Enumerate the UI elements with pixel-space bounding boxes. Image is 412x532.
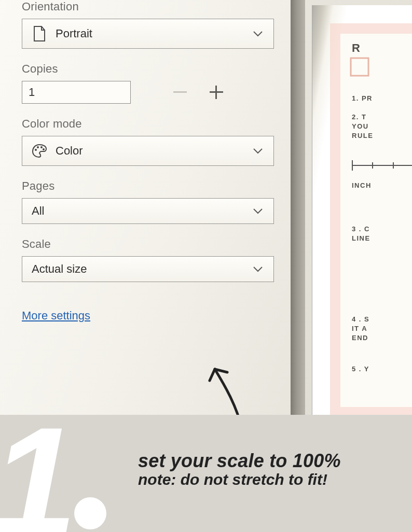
- copies-increment-button[interactable]: [198, 81, 235, 104]
- preview-ruler-icon: [352, 159, 412, 174]
- preview-text: LINE: [352, 234, 370, 242]
- more-settings-link[interactable]: More settings: [22, 309, 90, 322]
- preview-text: IT A: [352, 325, 367, 332]
- preview-text: 5 . Y: [352, 365, 369, 373]
- preview-text: RULE: [352, 132, 373, 139]
- portrait-page-icon: [31, 26, 48, 41]
- annotation-text: set your scale to 100% note: do not stre…: [138, 450, 341, 488]
- orientation-value: Portrait: [56, 27, 92, 40]
- preview-text: 1. PR: [352, 94, 373, 102]
- copies-input[interactable]: [22, 81, 131, 104]
- copies-decrement-button[interactable]: [162, 81, 198, 104]
- preview-sheet: [340, 34, 412, 407]
- annotation-band: 1 set your scale to 100% note: do not st…: [0, 415, 412, 532]
- pages-label: Pages: [22, 179, 274, 193]
- preview-heading: R: [352, 41, 361, 55]
- chevron-down-icon: [253, 148, 263, 154]
- scale-value: Actual size: [32, 262, 87, 276]
- preview-text: END: [352, 334, 368, 342]
- color-mode-value: Color: [56, 144, 83, 158]
- chevron-down-icon: [253, 266, 263, 272]
- panel-right-shadow: [291, 0, 305, 425]
- copies-row: [22, 81, 274, 104]
- preview-text: INCH: [352, 181, 372, 189]
- svg-rect-7: [351, 58, 368, 76]
- color-mode-select[interactable]: Color: [22, 136, 274, 166]
- palette-icon: [31, 144, 48, 158]
- svg-point-6: [43, 148, 45, 150]
- preview-text: 4 . S: [352, 315, 369, 323]
- orientation-label: Orientation: [22, 0, 274, 13]
- annotation-line2: note: do not stretch to fit!: [138, 471, 341, 488]
- svg-rect-2: [210, 91, 223, 93]
- preview-text: 2. T: [352, 113, 366, 121]
- scale-label: Scale: [22, 237, 274, 251]
- svg-rect-0: [173, 91, 187, 93]
- pages-select[interactable]: All: [22, 198, 274, 224]
- pages-value: All: [32, 204, 44, 218]
- orientation-select[interactable]: Portrait: [22, 19, 274, 49]
- print-settings-panel: Orientation Portrait Copies: [0, 0, 291, 425]
- copies-label: Copies: [22, 62, 274, 76]
- annotation-line1: set your scale to 100%: [138, 450, 341, 472]
- print-preview-pane: R 1. PR 2. T YOU RULE INCH 3 . C LINE 4 …: [312, 5, 412, 430]
- chevron-down-icon: [253, 208, 263, 214]
- step-number: 1: [0, 424, 106, 532]
- svg-point-5: [40, 146, 43, 148]
- color-mode-label: Color mode: [22, 117, 274, 131]
- scale-select[interactable]: Actual size: [22, 256, 274, 282]
- preview-text: YOU: [352, 122, 369, 130]
- svg-point-4: [37, 146, 39, 148]
- preview-box-icon: [350, 57, 370, 78]
- chevron-down-icon: [253, 31, 263, 37]
- step-number-dot: [74, 497, 106, 529]
- preview-text: 3 . C: [352, 225, 370, 233]
- screenshot-frame: Orientation Portrait Copies: [0, 0, 412, 532]
- svg-point-3: [35, 149, 37, 151]
